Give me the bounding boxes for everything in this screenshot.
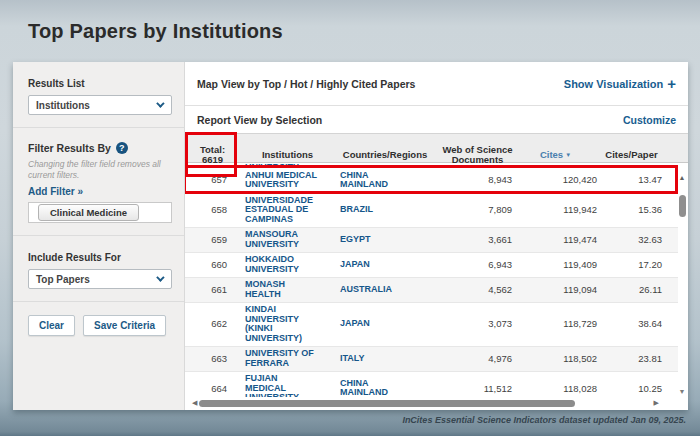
show-visualization-label: Show Visualization [564,78,663,90]
table-row[interactable]: 663UNIVERSITY OF FERRARAITALY4,976118,50… [185,347,678,372]
table-row[interactable]: 658UNIVERSIDADE ESTADUAL DE CAMPINASBRAZ… [185,193,678,228]
table-header-row: Total: 6619 Institutions Countries/Regio… [185,133,688,163]
plus-icon: + [667,79,676,89]
cell-country: JAPAN [335,260,435,270]
cell-country: JAPAN [335,319,435,329]
total-count-label: Total: 6619 [200,144,225,166]
vertical-scrollbar-thumb[interactable] [679,195,686,217]
sidebar-actions: Clear Save Criteria [13,302,184,348]
cell-rank: 662 [185,319,240,329]
cell-cites_per_paper: 26.11 [605,285,678,295]
table-body: UNIVERSITY 657ANHUI MEDICAL UNIVERSITYCH… [185,163,678,398]
cell-cites: 118,502 [520,354,605,364]
cell-rank: 659 [185,235,240,245]
map-view-title: Map View by Top / Hot / Highly Cited Pap… [197,78,415,90]
report-view-bar: Report View by Selection Customize [185,106,688,133]
cell-institution: FUJIAN MEDICAL UNIVERSITY [240,374,335,398]
main-panel: Map View by Top / Hot / Highly Cited Pap… [185,62,688,410]
cell-cites_per_paper: 38.64 [605,319,678,329]
filter-chip-clinical-medicine[interactable]: Clinical Medicine [38,204,139,221]
cell-cites: 119,409 [520,260,605,270]
cell-cites: 119,094 [520,285,605,295]
filter-note: Changing the filter field removes all cu… [28,159,170,180]
cell-cites: 118,729 [520,319,605,329]
add-filter-link[interactable]: Add Filter » [28,186,83,197]
scroll-left-arrow-icon[interactable]: ◀ [192,399,197,407]
cell-documents: 7,809 [435,205,520,215]
vertical-scrollbar[interactable]: ▲ ▼ [678,174,686,395]
sort-desc-icon: ▼ [565,152,571,158]
results-list-dropdown[interactable]: Institutions [28,95,172,115]
cell-institution: MANSOURA UNIVERSITY [240,230,335,249]
filter-by-label: Filter Results By [28,142,111,154]
column-header-cites-sorted[interactable]: Cites▼ [520,150,605,161]
cell-country: EGYPT [335,235,435,245]
cell-rank: 661 [185,285,240,295]
cell-documents: 3,661 [435,235,520,245]
cell-country: ITALY [335,354,435,364]
cell-country: CHINA MAINLAND [335,171,435,190]
cell-cites_per_paper: 10.25 [605,384,678,394]
cell-cites: 119,474 [520,235,605,245]
cell-rank: 663 [185,354,240,364]
cell-documents: 4,976 [435,354,520,364]
cell-country: AUSTRALIA [335,285,435,295]
cell-institution: KINDAI UNIVERSITY (KINKI UNIVERSITY) [240,305,335,343]
cell-rank: 660 [185,260,240,270]
column-header-countries[interactable]: Countries/Regions [335,150,435,161]
cell-cites: 120,420 [520,175,605,185]
cell-cites: 119,942 [520,205,605,215]
horizontal-scrollbar-thumb[interactable] [199,400,575,407]
content-card: Results List Institutions Filter Results… [13,62,688,410]
cell-rank: 658 [185,205,240,215]
table-row[interactable]: 661MONASH HEALTHAUSTRALIA4,562119,09426.… [185,278,678,303]
scroll-right-arrow-icon[interactable]: ▶ [654,399,659,407]
table-row[interactable]: 660HOKKAIDO UNIVERSITYJAPAN6,943119,4091… [185,253,678,278]
cell-cites_per_paper: 15.36 [605,205,678,215]
include-results-label: Include Results For [28,252,172,263]
cell-documents: 6,943 [435,260,520,270]
table-row[interactable]: 664FUJIAN MEDICAL UNIVERSITYCHINA MAINLA… [185,372,678,399]
cell-cites: 118,028 [520,384,605,394]
dataset-update-note: InCites Essential Science Indicators dat… [402,415,686,425]
cell-cites_per_paper: 23.81 [605,354,678,364]
cell-documents: 4,562 [435,285,520,295]
include-results-dropdown[interactable]: Top Papers [28,269,172,289]
results-list-value: Institutions [36,100,90,111]
page-background: Top Papers by Institutions Results List … [0,0,700,436]
table-row[interactable]: 657ANHUI MEDICAL UNIVERSITYCHINA MAINLAN… [185,168,678,193]
chevron-down-icon [156,273,164,281]
cell-country: BRAZIL [335,205,435,215]
help-icon[interactable]: ? [116,142,128,154]
cell-cites_per_paper: 13.47 [605,175,678,185]
cell-institution: ANHUI MEDICAL UNIVERSITY [240,171,335,190]
column-header-cites-per-paper[interactable]: Cites/Paper [605,150,678,161]
cell-institution: UNIVERSITY OF FERRARA [240,349,335,368]
results-list-section: Results List Institutions [13,62,184,128]
cell-institution: HOKKAIDO UNIVERSITY [240,255,335,274]
scroll-down-arrow-icon[interactable]: ▼ [679,388,686,395]
report-view-title: Report View by Selection [197,114,322,126]
cell-documents: 3,073 [435,319,520,329]
filter-field[interactable]: Clinical Medicine [28,202,172,223]
cell-institution: MONASH HEALTH [240,280,335,299]
cell-institution: UNIVERSIDADE ESTADUAL DE CAMPINAS [240,196,335,225]
results-list-label: Results List [28,78,172,89]
page-title: Top Papers by Institutions [28,20,283,43]
save-criteria-button[interactable]: Save Criteria [83,315,166,336]
clear-button[interactable]: Clear [28,315,75,336]
customize-link[interactable]: Customize [623,114,676,126]
cell-country: CHINA MAINLAND [335,379,435,398]
sidebar: Results List Institutions Filter Results… [13,62,185,410]
scroll-up-arrow-icon[interactable]: ▲ [679,174,686,181]
include-results-section: Include Results For Top Papers [13,236,184,302]
map-view-bar: Map View by Top / Hot / Highly Cited Pap… [185,62,688,106]
horizontal-scrollbar[interactable]: ◀ ▶ [185,397,688,410]
table-row[interactable]: 659MANSOURA UNIVERSITYEGYPT3,661119,4743… [185,228,678,253]
column-header-institutions[interactable]: Institutions [240,150,335,161]
cell-documents: 8,943 [435,175,520,185]
show-visualization-link[interactable]: Show Visualization + [564,78,676,90]
table-row[interactable]: 662KINDAI UNIVERSITY (KINKI UNIVERSITY)J… [185,303,678,347]
filter-section: Filter Results By ? Changing the filter … [13,128,184,236]
cell-rank: 657 [185,175,240,185]
